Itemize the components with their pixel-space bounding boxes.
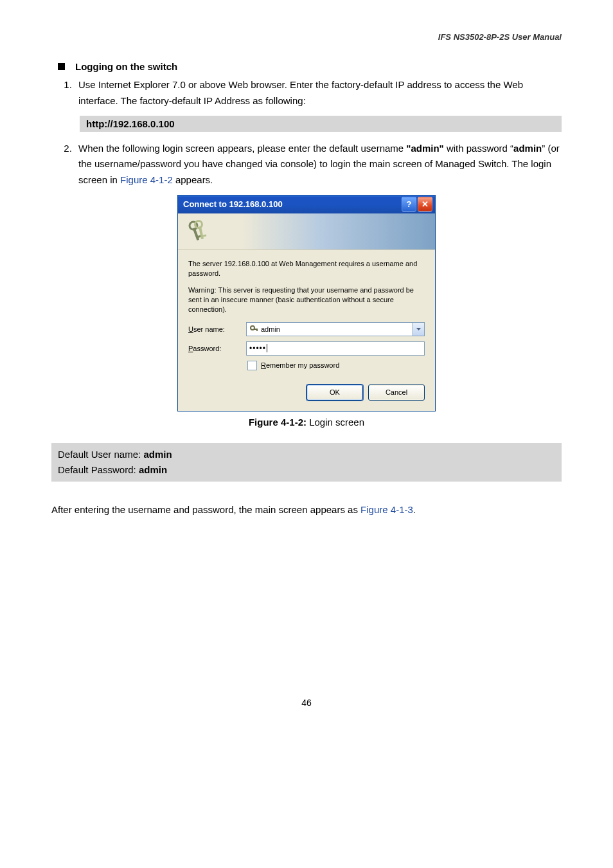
dialog-title: Connect to 192.168.0.100 — [183, 199, 283, 209]
step-2-text-b: with password “ — [444, 143, 513, 154]
cancel-button[interactable]: Cancel — [368, 384, 425, 401]
key-icon — [249, 325, 258, 334]
dialog-banner — [178, 213, 435, 249]
page-number: 46 — [51, 698, 562, 708]
remember-label: Remember my password — [261, 361, 339, 369]
square-bullet-icon — [58, 63, 65, 70]
close-button[interactable]: ✕ — [418, 197, 432, 212]
username-dropdown-button[interactable] — [413, 323, 424, 336]
username-combobox[interactable]: admin — [246, 322, 425, 336]
caption-label: Figure 4-1-2: — [249, 417, 306, 428]
figure-ref-4-1-3: Figure 4-1-3 — [360, 504, 413, 515]
default-username-line: Default User name: admin — [58, 447, 555, 462]
svg-rect-8 — [256, 329, 258, 331]
password-input[interactable]: ••••• — [246, 341, 425, 356]
username-value: admin — [261, 325, 413, 333]
dialog-paragraph-1: The server 192.168.0.100 at Web Manageme… — [188, 259, 425, 278]
svg-rect-5 — [202, 234, 206, 237]
svg-marker-9 — [416, 328, 421, 330]
step-2-text-a: When the following login screen appears,… — [78, 143, 406, 154]
step-2-admin-1: "admin" — [406, 143, 443, 154]
after-paragraph: After entering the username and password… — [51, 502, 562, 518]
step-2: When the following login screen appears,… — [75, 141, 562, 188]
password-label: Password: — [188, 345, 246, 352]
section-heading: Logging on the switch — [75, 61, 177, 72]
step-2-text-d: appears. — [173, 174, 213, 185]
text-caret — [267, 344, 267, 352]
dialog-paragraph-2: Warning: This server is requesting that … — [188, 285, 425, 314]
figure-ref-4-1-2: Figure 4-1-2 — [120, 174, 173, 185]
login-dialog: Connect to 192.168.0.100 ? ✕ The server — [177, 195, 436, 411]
section-heading-row: Logging on the switch — [51, 61, 562, 72]
keys-icon — [184, 219, 210, 244]
chevron-down-icon — [416, 328, 421, 330]
ok-button[interactable]: OK — [306, 384, 363, 401]
page-header: IFS NS3502-8P-2S User Manual — [51, 32, 562, 42]
password-dots: ••••• — [249, 344, 266, 353]
figure-caption: Figure 4-1-2: Login screen — [51, 417, 562, 428]
defaults-box: Default User name: admin Default Passwor… — [51, 443, 562, 482]
caption-text: Login screen — [306, 417, 364, 428]
step-2-admin-2: admin — [513, 143, 542, 154]
default-password-line: Default Password: admin — [58, 462, 555, 478]
url-code-bar: http://192.168.0.100 — [80, 116, 562, 132]
username-label: User name: — [188, 325, 246, 333]
remember-checkbox[interactable] — [247, 361, 257, 370]
help-button[interactable]: ? — [402, 197, 416, 212]
dialog-body: The server 192.168.0.100 at Web Manageme… — [178, 249, 435, 411]
dialog-titlebar: Connect to 192.168.0.100 ? ✕ — [178, 195, 435, 213]
step-1: Use Internet Explorer 7.0 or above Web b… — [75, 77, 562, 109]
